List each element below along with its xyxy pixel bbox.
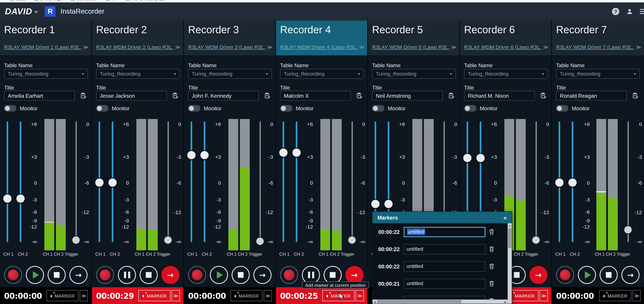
- recorder-select-header[interactable]: Recorder 2 R3LAY WDM Driver 2 (Lawo R3L.…: [92, 20, 183, 55]
- fader-handle-ch2[interactable]: [108, 178, 118, 188]
- driver-link[interactable]: R3LAY WDM Driver 4 (Lawo R3L... ≫: [280, 44, 364, 50]
- title-input[interactable]: Amelia Earhart: [4, 91, 75, 101]
- fader-handle-ch2[interactable]: [476, 153, 486, 163]
- markers-panel-header[interactable]: Markers «: [372, 212, 512, 223]
- bookmark-item[interactable]: DAVID orga: [35, 0, 62, 1]
- next-take-button[interactable]: →: [529, 266, 548, 284]
- scrollbar-thumb[interactable]: [377, 300, 461, 303]
- play-button[interactable]: [26, 266, 44, 284]
- scroll-up-icon[interactable]: ▲: [508, 223, 512, 228]
- delete-marker-icon[interactable]: [489, 264, 494, 269]
- marker-list-button[interactable]: ≫: [172, 290, 180, 301]
- marker-list-button[interactable]: ≫: [80, 290, 88, 301]
- fader-handle-ch1[interactable]: [186, 150, 196, 160]
- recorder-select-header[interactable]: Recorder 6 R3LAY WDM Driver 6 (Lawo R3L.…: [460, 20, 551, 55]
- title-input[interactable]: Malcolm X: [280, 91, 351, 101]
- title-input[interactable]: Richard M. Nixon: [464, 91, 535, 101]
- pause-button[interactable]: [302, 266, 320, 284]
- record-button[interactable]: [96, 266, 114, 284]
- bookmark-item[interactable]: NY: [106, 0, 117, 1]
- recorder-select-header[interactable]: Recorder 1 R3LAY WDM Driver 1 (Lawo R3L.…: [0, 20, 91, 55]
- next-take-button[interactable]: →: [621, 266, 640, 284]
- recorder-select-header[interactable]: Recorder 4 R3LAY WDM Driver 4 (Lawo R3L.…: [276, 20, 367, 55]
- record-button[interactable]: [4, 266, 22, 284]
- table-name-select[interactable]: Turing_Recording ▼: [4, 69, 88, 79]
- trigger-fader-handle[interactable]: [164, 236, 172, 245]
- monitor-toggle[interactable]: [188, 105, 200, 112]
- marker-name-input[interactable]: untitled: [404, 279, 486, 289]
- table-name-select[interactable]: Turing_Recording ▼: [372, 69, 456, 79]
- driver-link[interactable]: R3LAY WDM Driver 3 (Lawo R3L... ≫: [188, 44, 272, 50]
- fader-handle-ch1[interactable]: [2, 194, 12, 204]
- play-button[interactable]: [210, 266, 228, 284]
- help-icon[interactable]: ?: [612, 8, 619, 15]
- table-name-select[interactable]: Turing_Recording ▼: [96, 69, 180, 79]
- driver-link[interactable]: R3LAY WDM Driver 5 (Lawo R3L... ≫: [372, 44, 456, 50]
- monitor-toggle[interactable]: [96, 105, 108, 112]
- fader-handle-ch1[interactable]: [370, 199, 380, 209]
- scroll-left-icon[interactable]: ◀: [374, 300, 376, 303]
- next-take-button[interactable]: →: [69, 266, 88, 284]
- delete-marker-icon[interactable]: [489, 246, 494, 252]
- scrollbar-thumb[interactable]: [508, 228, 511, 248]
- david-brand-menu[interactable]: DAVID: [5, 7, 38, 16]
- edit-title-button[interactable]: [262, 91, 273, 101]
- collapse-panel-icon[interactable]: «: [504, 214, 507, 221]
- delete-marker-icon[interactable]: [489, 281, 494, 287]
- delete-marker-icon[interactable]: [489, 229, 494, 235]
- edit-title-button[interactable]: [446, 91, 457, 101]
- fader-handle-ch2[interactable]: [200, 150, 210, 160]
- edit-title-button[interactable]: [354, 91, 365, 101]
- table-name-select[interactable]: Turing_Recording ▼: [188, 69, 272, 79]
- title-input[interactable]: Neil Armstrong: [372, 91, 443, 101]
- stop-button[interactable]: [140, 266, 158, 284]
- next-take-button[interactable]: →: [345, 266, 364, 284]
- driver-link[interactable]: R3LAY WDM Driver 1 (Lawo R3L... ≫: [4, 44, 88, 50]
- monitor-toggle[interactable]: [280, 105, 292, 112]
- fader-handle-ch1[interactable]: [278, 148, 288, 158]
- driver-link[interactable]: R3LAY WDM Driver 7 (Lawo R3L... ≫: [556, 44, 641, 50]
- driver-link[interactable]: R3LAY WDM Driver 2 (Lawo R3L... ≫: [96, 44, 180, 50]
- add-marker-button[interactable]: ♦+ MARKER: [599, 290, 631, 301]
- add-marker-button[interactable]: ♦+ MARKER: [46, 290, 78, 301]
- edit-title-button[interactable]: [538, 91, 549, 101]
- fader-handle-ch1[interactable]: [462, 153, 472, 163]
- recorder-select-header[interactable]: Recorder 3 R3LAY WDM Driver 3 (Lawo R3L.…: [184, 20, 275, 55]
- marker-list-button[interactable]: ≫: [356, 290, 364, 301]
- fader-handle-ch2[interactable]: [16, 194, 26, 204]
- edit-title-button[interactable]: [78, 91, 89, 101]
- title-input[interactable]: Jesse Jackson: [96, 91, 167, 101]
- recorder-select-header[interactable]: Recorder 5 R3LAY WDM Driver 5 (Lawo R3L.…: [368, 20, 459, 55]
- menu-icon-partial[interactable]: [640, 9, 644, 14]
- scroll-right-icon[interactable]: ▶: [504, 300, 506, 303]
- bookmark-item[interactable]: Confluence: [71, 0, 97, 1]
- bookmark-item[interactable]: Local: [11, 0, 26, 1]
- driver-link[interactable]: R3LAY WDM Driver 6 (Lawo R3L... ≫: [464, 44, 548, 50]
- bookmark-item[interactable]: ROAD value props: [126, 0, 166, 1]
- table-name-select[interactable]: Turing_Recording ▼: [556, 69, 640, 79]
- next-take-button[interactable]: →: [161, 266, 180, 284]
- marker-name-input[interactable]: untitled: [404, 261, 486, 271]
- fader-handle-ch2[interactable]: [384, 199, 394, 209]
- table-name-select[interactable]: Turing_Recording ▼: [280, 69, 364, 79]
- horizontal-scrollbar[interactable]: ◀ ▶: [372, 300, 508, 304]
- record-button[interactable]: [556, 266, 574, 284]
- stop-button[interactable]: [48, 266, 66, 284]
- add-marker-button[interactable]: ♦+ MARKER: [138, 290, 170, 301]
- fader-handle-ch2[interactable]: [292, 148, 302, 158]
- marker-list-button[interactable]: ≫: [540, 290, 548, 301]
- monitor-toggle[interactable]: [372, 105, 384, 112]
- stop-button[interactable]: [600, 266, 618, 284]
- monitor-toggle[interactable]: [464, 105, 476, 112]
- play-button[interactable]: [578, 266, 596, 284]
- trigger-fader-handle[interactable]: [72, 236, 80, 245]
- vertical-scrollbar[interactable]: ▲: [508, 223, 512, 300]
- recorder-select-header[interactable]: Recorder 7 R3LAY WDM Driver 7 (Lawo R3L.…: [552, 20, 644, 55]
- fader-handle-ch1[interactable]: [554, 178, 564, 188]
- trigger-fader-handle[interactable]: [532, 236, 540, 245]
- edit-title-button[interactable]: [170, 91, 181, 101]
- monitor-toggle[interactable]: [4, 105, 16, 112]
- pause-button[interactable]: [118, 266, 136, 284]
- trigger-fader-handle[interactable]: [624, 225, 632, 234]
- user-icon[interactable]: [626, 8, 633, 15]
